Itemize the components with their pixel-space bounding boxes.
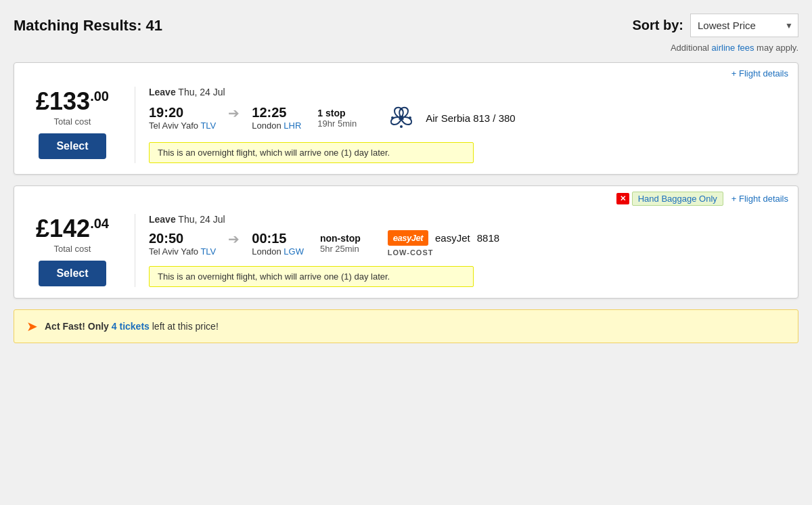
low-cost-label: LOW-COST [388, 248, 499, 257]
flight-2-arrive-code-link[interactable]: LGW [284, 246, 304, 257]
flight-2-route-row: 20:50 Tel Aviv Yafo TLV ➔ 00:15 London [149, 230, 788, 257]
flight-2-price-decimal: .04 [90, 216, 109, 231]
flight-1-info: Leave Thu, 24 Jul 19:20 Tel Aviv Yafo TL… [135, 87, 788, 163]
air-serbia-logo-svg [384, 103, 419, 133]
flight-2-leave-word: Leave [149, 214, 176, 225]
flight-1-overnight-notice: This is an overnight flight, which will … [149, 142, 474, 163]
sort-select-wrapper: Lowest Price Duration Departure Time Arr… [690, 14, 798, 37]
flight-2-price-whole: £142 [36, 215, 90, 242]
flight-1-select-button[interactable]: Select [39, 133, 106, 159]
flight-card-1: + Flight details £133.00 Total cost Sele… [14, 62, 798, 175]
flight-2-arrive-city: London [252, 246, 281, 257]
flight-card-2: ✕ Hand Baggage Only + Flight details £14… [14, 185, 798, 299]
flight-1-leave-date: Thu, 24 Jul [178, 87, 225, 97]
flight-2-arrow: ➔ [216, 231, 252, 257]
act-fast-suffix: left at this price! [150, 321, 219, 332]
flight-2-stop-duration: 5hr 25min [320, 244, 361, 254]
flight-1-stop-label: 1 stop [317, 108, 357, 118]
flight-1-arrow: ➔ [216, 105, 252, 131]
baggage-x-icon: ✕ [616, 193, 629, 204]
flight-2-leave-date: Thu, 24 Jul [178, 214, 225, 225]
flight-2-arrive-time: 00:15 [252, 231, 304, 246]
flight-1-stops: 1 stop 19hr 5min [317, 108, 357, 129]
flight-1-arrive-time: 12:25 [252, 105, 301, 120]
flight-1-price-section: £133.00 Total cost Select [24, 87, 135, 163]
hand-baggage-link[interactable]: Hand Baggage Only [632, 192, 723, 206]
flight-1-dest-city: London LHR [252, 120, 301, 131]
flight-1-dest: 12:25 London LHR [252, 105, 301, 131]
flight-2-origin: 20:50 Tel Aviv Yafo TLV [149, 231, 216, 257]
svg-point-2 [400, 125, 403, 128]
flight-2-stops: non-stop 5hr 25min [320, 233, 361, 254]
flight-2-dest: 00:15 London LGW [252, 231, 304, 257]
flight-2-depart-city: Tel Aviv Yafo [149, 246, 198, 257]
flight-2-airline-logo-name: easyJet easyJet 8818 [388, 230, 499, 246]
flight-2-airline-flight: 8818 [477, 232, 499, 244]
flight-1-price-whole: £133 [36, 87, 90, 115]
flight-2-price: £142.04 [36, 217, 109, 241]
flight-1-price-decimal: .00 [90, 89, 109, 104]
flight-1-airline-name: Air Serbia 813 / 380 [426, 112, 516, 124]
flight-2-airline-block: easyJet easyJet 8818 LOW-COST [388, 230, 499, 257]
flight-card-1-top-bar: + Flight details [14, 63, 798, 79]
flight-2-stop-label: non-stop [320, 233, 361, 244]
flight-1-airline-name-text: Air Serbia [426, 112, 470, 124]
flight-2-details-link[interactable]: + Flight details [731, 194, 788, 204]
arrow-right-icon: ➔ [228, 105, 240, 121]
arrow-right-icon-2: ➔ [228, 231, 240, 247]
flight-2-depart-time: 20:50 [149, 231, 216, 246]
matching-results: Matching Results: 41 [14, 17, 162, 35]
flight-2-leave-label: Leave Thu, 24 Jul [149, 214, 788, 225]
sort-by-container: Sort by: Lowest Price Duration Departure… [632, 14, 798, 37]
flight-1-details-link[interactable]: + Flight details [731, 68, 788, 79]
matching-results-count: 41 [146, 17, 162, 34]
flight-2-price-section: £142.04 Total cost Select [24, 214, 135, 287]
act-fast-banner: ➤ Act Fast! Only 4 tickets left at this … [14, 309, 798, 343]
act-fast-prefix: Act Fast! Only [45, 321, 112, 332]
flight-card-1-body: £133.00 Total cost Select Leave Thu, 24 … [14, 79, 798, 174]
flight-1-origin: 19:20 Tel Aviv Yafo TLV [149, 105, 216, 131]
page-container: Matching Results: 41 Sort by: Lowest Pri… [14, 14, 798, 343]
sort-select[interactable]: Lowest Price Duration Departure Time Arr… [690, 14, 798, 37]
flight-1-airline-block: Air Serbia 813 / 380 [384, 103, 516, 133]
flight-1-price: £133.00 [36, 89, 109, 114]
flight-1-depart-city: Tel Aviv Yafo [149, 120, 198, 131]
flight-1-price-label: Total cost [54, 116, 91, 127]
flight-1-route-row: 19:20 Tel Aviv Yafo TLV ➔ 12:25 London [149, 103, 788, 133]
flight-2-select-button[interactable]: Select [39, 261, 106, 286]
flight-1-depart-code-link[interactable]: TLV [200, 120, 216, 131]
airline-fees-row: Additional airline fees may apply. [14, 43, 798, 53]
svg-point-4 [409, 116, 411, 119]
flight-1-stop-duration: 19hr 5min [317, 118, 357, 129]
flight-2-airline-info-col: easyJet easyJet 8818 LOW-COST [388, 230, 499, 257]
flight-card-2-top-bar: ✕ Hand Baggage Only + Flight details [14, 186, 798, 206]
svg-point-1 [400, 108, 403, 110]
flight-2-dest-city: London LGW [252, 246, 304, 257]
airline-fees-link[interactable]: airline fees [712, 43, 754, 53]
flight-1-arrive-code-link[interactable]: LHR [284, 120, 301, 131]
flight-1-arrive-city: London [252, 120, 281, 131]
flight-1-leave-word: Leave [149, 87, 176, 97]
fees-prefix: Additional [671, 43, 712, 53]
act-fast-tickets-link[interactable]: 4 tickets [112, 321, 150, 332]
header-row: Matching Results: 41 Sort by: Lowest Pri… [14, 14, 798, 37]
flight-2-price-label: Total cost [54, 244, 91, 254]
svg-point-3 [391, 116, 394, 119]
flight-2-overnight-notice: This is an overnight flight, which will … [149, 266, 474, 287]
flight-1-airline-logo [384, 103, 419, 133]
svg-point-0 [399, 116, 403, 120]
act-fast-text: Act Fast! Only 4 tickets left at this pr… [45, 321, 219, 332]
sort-by-label: Sort by: [632, 18, 683, 33]
easyjet-logo: easyJet [388, 230, 428, 246]
act-fast-arrow-icon: ➤ [26, 318, 38, 334]
flight-1-depart-time: 19:20 [149, 105, 216, 120]
fees-suffix: may apply. [754, 43, 798, 53]
flight-1-origin-city: Tel Aviv Yafo TLV [149, 120, 216, 131]
matching-results-label: Matching Results: [14, 17, 141, 34]
flight-2-airline-name-text: easyJet [435, 232, 470, 244]
flight-2-info: Leave Thu, 24 Jul 20:50 Tel Aviv Yafo TL… [135, 214, 788, 287]
flight-2-origin-city: Tel Aviv Yafo TLV [149, 246, 216, 257]
flight-1-airline-flight: 813 / 380 [473, 112, 516, 124]
flight-1-leave-label: Leave Thu, 24 Jul [149, 87, 788, 97]
flight-2-depart-code-link[interactable]: TLV [200, 246, 216, 257]
